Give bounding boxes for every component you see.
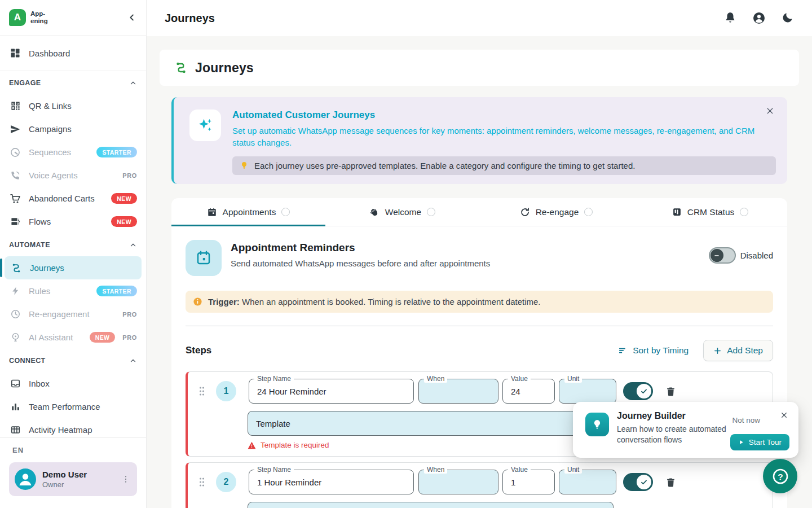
tab-appointments[interactable]: Appointments: [171, 198, 325, 226]
dark-mode-moon-icon[interactable]: [782, 11, 794, 25]
sort-by-timing-button[interactable]: Sort by Timing: [618, 345, 689, 356]
user-card[interactable]: Demo User Owner: [9, 462, 137, 496]
calendar-tile-icon: [186, 240, 222, 276]
banner-tip-text: Each journey uses pre-approved templates…: [254, 161, 635, 170]
sidebar-item-label: QR & Links: [29, 101, 72, 111]
category-header: Appointment Reminders Send automated Wha…: [171, 226, 787, 276]
category-subtitle: Send automated WhatsApp messages before …: [231, 259, 490, 268]
language-selector[interactable]: EN: [9, 446, 137, 454]
page-title: Journeys: [195, 60, 254, 76]
trigger-text: Trigger: When an appointment is booked. …: [208, 297, 540, 306]
sidebar-item-label: Journeys: [30, 263, 64, 273]
logo-text-line1: App-: [30, 10, 48, 17]
route-icon: [174, 61, 188, 75]
sidebar-item-inbox[interactable]: Inbox: [0, 372, 146, 395]
drag-handle-icon[interactable]: [197, 384, 207, 398]
when-select[interactable]: When: [418, 379, 498, 404]
sidebar-item-rules[interactable]: Rules STARTER: [0, 279, 146, 303]
sidebar-item-team-performance[interactable]: Team Performance: [0, 395, 146, 418]
start-tour-button[interactable]: Start Tour: [730, 434, 789, 450]
warning-icon: [248, 441, 256, 449]
sidebar-item-flows[interactable]: Flows NEW: [0, 210, 146, 233]
account-icon[interactable]: [752, 11, 766, 25]
sparkles-icon: [189, 110, 221, 141]
sidebar-item-label: Flows: [29, 217, 51, 226]
tab-status-dot: [281, 208, 290, 216]
close-icon[interactable]: [778, 409, 790, 421]
flows-icon: [9, 216, 21, 227]
sidebar-item-sequences[interactable]: Sequences STARTER: [0, 141, 146, 164]
user-menu-icon[interactable]: [119, 472, 133, 486]
help-button[interactable]: ?: [763, 459, 797, 493]
info-banner: Automated Customer Journeys Set up autom…: [171, 97, 787, 184]
step-fields-row: 2 Step Name 1 Hour Reminder When Value 1…: [197, 470, 765, 494]
drag-handle-icon[interactable]: [197, 475, 207, 489]
phone-icon: [9, 170, 21, 181]
user-name: Demo User: [42, 470, 87, 479]
when-select[interactable]: When: [418, 470, 498, 494]
trash-icon[interactable]: [665, 386, 676, 397]
starter-badge: STARTER: [96, 147, 137, 157]
banner-description: Set up automatic WhatsApp message sequen…: [232, 125, 776, 149]
sidebar-item-voice-agents[interactable]: Voice Agents PRO: [0, 164, 146, 187]
tab-re-engage[interactable]: Re-engage: [479, 198, 633, 226]
banner-tip: Each journey uses pre-approved templates…: [232, 156, 776, 175]
collapse-sidebar-icon[interactable]: [127, 12, 137, 23]
category-toggle[interactable]: [709, 247, 736, 264]
step-toggle[interactable]: [623, 382, 653, 400]
sidebar-item-label: Sequences: [29, 147, 71, 157]
tab-welcome[interactable]: Welcome: [325, 198, 479, 226]
app-logo[interactable]: A App- ening: [9, 9, 48, 26]
kanban-icon: [672, 207, 682, 217]
sidebar-item-activity-heatmap[interactable]: Activity Heatmap: [0, 418, 146, 437]
section-automate[interactable]: AUTOMATE: [0, 233, 146, 256]
add-step-button[interactable]: Add Step: [703, 340, 773, 361]
trigger-description: When an appointment is booked. Timing is…: [242, 297, 540, 306]
section-connect[interactable]: CONNECT: [0, 349, 146, 372]
sidebar-item-label: Rules: [29, 286, 50, 296]
field-label: Step Name: [254, 375, 294, 383]
not-now-button[interactable]: Not now: [732, 416, 760, 424]
user-role: Owner: [42, 480, 87, 489]
field-label: Step Name: [254, 466, 294, 474]
tab-label: Appointments: [223, 207, 276, 217]
steps-title: Steps: [186, 345, 211, 356]
divider: [186, 326, 773, 326]
tab-crm-status[interactable]: CRM Status: [633, 198, 787, 226]
field-label: Value: [508, 466, 531, 474]
sidebar-footer: EN Demo User Owner: [0, 437, 146, 508]
value-field[interactable]: Value 1: [502, 470, 555, 494]
sidebar-item-journeys[interactable]: Journeys: [5, 256, 142, 279]
section-engage[interactable]: ENGAGE: [0, 71, 146, 94]
value-field[interactable]: Value 24: [502, 379, 555, 404]
pro-tag: PRO: [122, 311, 137, 318]
trash-icon[interactable]: [665, 476, 676, 488]
sidebar-item-dashboard[interactable]: Dashboard: [0, 36, 146, 71]
new-badge: NEW: [90, 332, 116, 343]
notifications-bell-icon[interactable]: [724, 11, 736, 25]
plus-icon: [713, 347, 722, 355]
sidebar-item-qr-links[interactable]: QR & Links: [0, 94, 146, 117]
sidebar-header: A App- ening: [0, 0, 146, 36]
sidebar-item-ai-assistant[interactable]: AI Assistant NEW PRO: [0, 326, 146, 349]
category-title: Appointment Reminders: [231, 242, 490, 254]
info-icon: [193, 297, 202, 306]
tab-status-dot: [584, 208, 593, 216]
template-select[interactable]: Template: [248, 502, 614, 508]
field-label: Unit: [564, 375, 582, 383]
step-name-field[interactable]: Step Name 24 Hour Reminder: [249, 379, 414, 404]
sidebar-item-campaigns[interactable]: Campaigns: [0, 117, 146, 141]
unit-select[interactable]: Unit: [559, 470, 616, 494]
close-icon[interactable]: [765, 106, 775, 116]
section-label: CONNECT: [9, 357, 46, 365]
step-name-field[interactable]: Step Name 1 Hour Reminder: [249, 470, 414, 494]
unit-select[interactable]: Unit: [559, 379, 616, 404]
logo-text-line2: ening: [30, 17, 48, 25]
template-select[interactable]: Template: [248, 411, 614, 436]
sidebar-item-reengagement[interactable]: Re-engagement PRO: [0, 303, 146, 326]
refresh-icon: [520, 207, 530, 217]
qr-code-icon: [9, 100, 21, 111]
topbar: Journeys: [147, 0, 812, 36]
sidebar-item-abandoned-carts[interactable]: Abandoned Carts NEW: [0, 187, 146, 210]
step-toggle[interactable]: [623, 473, 653, 491]
